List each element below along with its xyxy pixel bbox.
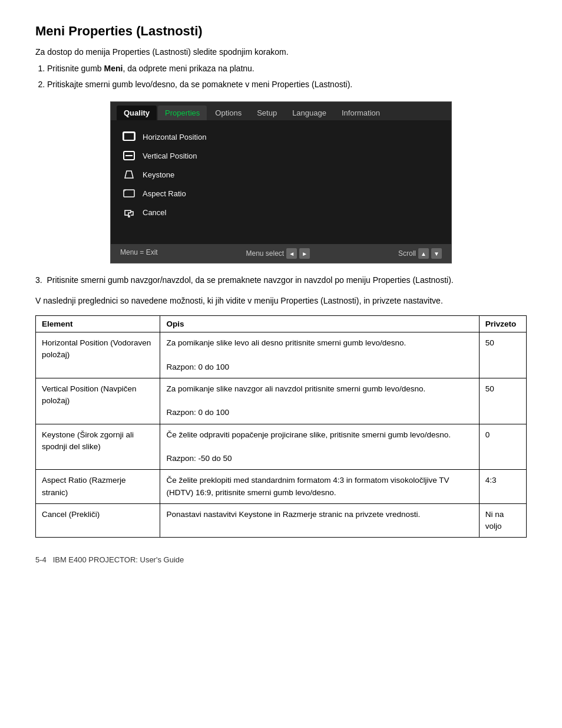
page-footer: 5-4 IBM E400 PROJECTOR: User's Guide [35,555,527,564]
tab-information[interactable]: Information [335,106,387,120]
minus-icon [123,149,135,162]
footer-exit: Menu = Exit [120,248,158,259]
svg-marker-4 [125,171,133,178]
tab-setup[interactable]: Setup [250,106,284,120]
svg-rect-1 [123,132,135,140]
svg-rect-5 [124,190,134,197]
cell-opis-3: Če želite preklopiti med standardnim for… [160,470,479,504]
cell-element-1: Vertical Position (Navpičen položaj) [36,378,160,424]
col-header-element: Element [36,316,160,332]
intro2-paragraph: V naslednji preglednici so navedene možn… [35,295,527,307]
tab-language[interactable]: Language [285,106,333,120]
footer-scroll: Scroll ▲ ▼ [398,248,442,259]
menu-item-label-vertical: Vertical Position [143,151,197,160]
col-header-privzeto: Privzeto [479,316,526,332]
arrow-left-icon[interactable]: ◄ [286,248,297,259]
col-header-opis: Opis [160,316,479,332]
cancel-icon [123,206,135,219]
cell-element-2: Keystone (Širok zgornji ali spodnji del … [36,424,160,470]
cell-privzeto-2: 0 [479,424,526,470]
data-table: Element Opis Privzeto Horizontal Positio… [35,315,527,538]
menu-tabs: Quality Properties Options Setup Languag… [111,102,451,120]
menu-screenshot: Quality Properties Options Setup Languag… [110,101,452,263]
cell-opis-0: Za pomikanje slike levo ali desno pritis… [160,332,479,378]
arrow-right-icon[interactable]: ► [299,248,310,259]
cell-opis-4: Ponastavi nastavitvi Keystone in Razmerj… [160,503,479,538]
menu-item-label-keystone: Keystone [143,170,174,179]
menu-footer: Menu = Exit Menu select ◄ ► Scroll ▲ ▼ [111,244,451,263]
svg-rect-0 [124,133,134,140]
step-2: Pritiskajte smerni gumb levo/desno, da s… [47,78,527,91]
tab-options[interactable]: Options [208,106,249,120]
table-row: Vertical Position (Navpičen položaj)Za p… [36,378,527,424]
cell-privzeto-3: 4:3 [479,470,526,504]
table-row: Keystone (Širok zgornji ali spodnji del … [36,424,527,470]
steps-list: Pritisnite gumb Meni, da odprete meni pr… [47,62,527,91]
keystone-icon [123,168,135,181]
menu-item-label-horizontal: Horizontal Position [143,133,206,141]
step-3: 3. Pritisnite smerni gumb navzgor/navzdo… [35,274,527,286]
intro-paragraph: Za dostop do menija Properties (Lastnost… [35,47,527,57]
tab-quality[interactable]: Quality [117,106,157,120]
menu-item-keystone[interactable]: Keystone [120,165,442,184]
cell-element-4: Cancel (Prekliči) [36,503,160,538]
page-title: Meni Properties (Lastnosti) [35,24,527,39]
cell-privzeto-0: 50 [479,332,526,378]
footer-select: Menu select ◄ ► [246,248,310,259]
cell-opis-1: Za pomikanje slike navzgor ali navzdol p… [160,378,479,424]
menu-body: Horizontal Position Vertical Position Ke… [111,120,451,238]
table-row: Aspect Ratio (Razmerje stranic)Če želite… [36,470,527,504]
menu-item-vertical[interactable]: Vertical Position [120,146,442,165]
arrow-down-icon[interactable]: ▼ [431,248,442,259]
cell-element-0: Horizontal Position (Vodoraven položaj) [36,332,160,378]
table-row: Cancel (Prekliči)Ponastavi nastavitvi Ke… [36,503,527,538]
screen-icon [123,130,135,143]
step-1: Pritisnite gumb Meni, da odprete meni pr… [47,62,527,75]
tab-properties[interactable]: Properties [158,106,207,120]
cell-privzeto-1: 50 [479,378,526,424]
menu-item-label-aspect: Aspect Ratio [143,189,186,198]
table-row: Horizontal Position (Vodoraven položaj)Z… [36,332,527,378]
menu-item-aspect[interactable]: Aspect Ratio [120,184,442,203]
cell-privzeto-4: Ni na voljo [479,503,526,538]
menu-item-horizontal[interactable]: Horizontal Position [120,127,442,146]
cell-opis-2: Če želite odpraviti popačenje projiciran… [160,424,479,470]
menu-item-cancel[interactable]: Cancel [120,203,442,222]
menu-item-label-cancel: Cancel [143,208,166,217]
cell-element-3: Aspect Ratio (Razmerje stranic) [36,470,160,504]
arrow-up-icon[interactable]: ▲ [418,248,429,259]
aspect-icon [123,187,135,200]
